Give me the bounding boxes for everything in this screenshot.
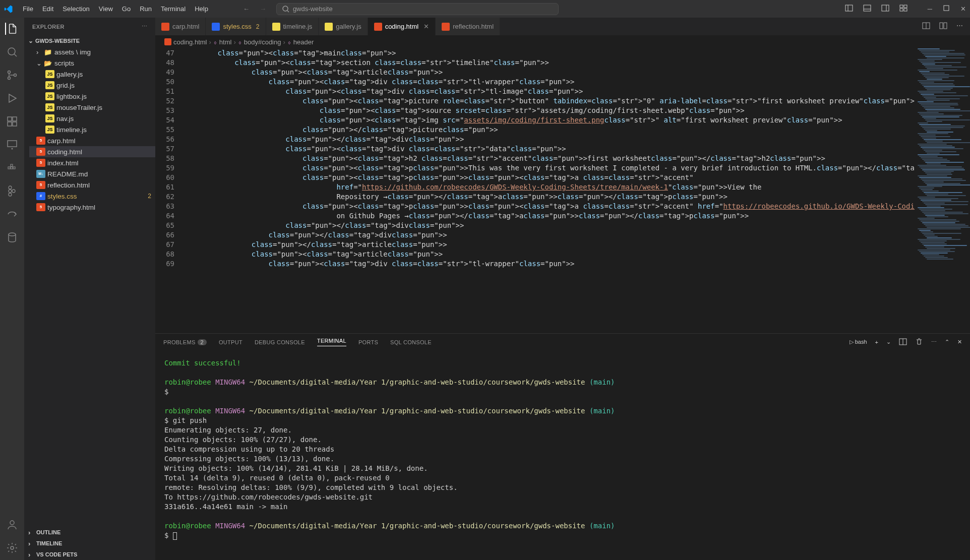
svg-point-15 <box>8 71 11 74</box>
file-grid-js[interactable]: JSgrid.js <box>29 80 155 91</box>
file-typography-html[interactable]: 5typography.html <box>29 202 155 213</box>
code-content[interactable]: class="pun"><class="tag">mainclass="pun"… <box>184 48 915 333</box>
file-coding-html[interactable]: 5coding.html <box>29 146 155 157</box>
run-debug-icon[interactable] <box>6 92 18 104</box>
maximize-panel-icon[interactable]: ⌃ <box>945 339 949 345</box>
file-timeline-js[interactable]: JStimeline.js <box>29 124 155 135</box>
vscode-icon <box>4 5 13 14</box>
tab-gallery[interactable]: gallery.js <box>319 18 368 35</box>
account-icon[interactable] <box>6 519 18 531</box>
layout-toggle-1-icon[interactable] <box>845 4 853 14</box>
pets-section[interactable]: ›VS CODE PETS <box>24 549 155 560</box>
menu-file[interactable]: File <box>18 2 38 16</box>
search-text: gwds-website <box>293 5 333 13</box>
explorer-icon[interactable] <box>5 23 18 35</box>
svg-point-31 <box>12 190 15 193</box>
menu-run[interactable]: Run <box>135 2 156 16</box>
figma-icon[interactable] <box>6 185 18 197</box>
remote-icon[interactable] <box>6 139 18 151</box>
file-mouseTrailer-js[interactable]: JSmouseTrailer.js <box>29 102 155 113</box>
html-icon <box>161 23 169 31</box>
layout-toggle-3-icon[interactable] <box>881 4 889 14</box>
tab-timeline[interactable]: timeline.js <box>266 18 319 35</box>
terminal-more-icon[interactable]: ⋯ <box>931 339 937 345</box>
tab-styles[interactable]: styles.css2 <box>206 18 266 35</box>
command-center[interactable]: gwds-website <box>276 3 559 15</box>
new-terminal-icon[interactable]: + <box>875 339 878 345</box>
terminal-shell-icon[interactable]: ▷ bash <box>850 339 867 345</box>
svg-point-32 <box>9 233 16 236</box>
menu-selection[interactable]: Selection <box>58 2 94 16</box>
panel-tab-terminal[interactable]: TERMINAL <box>317 338 346 346</box>
svg-line-14 <box>14 54 17 56</box>
menu-terminal[interactable]: Terminal <box>156 2 190 16</box>
terminal-body[interactable]: Commit successful! robin@robee MINGW64 ~… <box>155 350 970 560</box>
terminal-dropdown-icon[interactable]: ⌄ <box>886 339 891 345</box>
panel-tab-sql[interactable]: SQL CONSOLE <box>390 339 432 345</box>
file-carp-html[interactable]: 5carp.html <box>29 135 155 146</box>
sidebar: EXPLORER ⋯ ⌄ GWDS-WEBSITE ›📁assets \ img… <box>24 18 155 560</box>
terminal-cursor <box>173 532 177 540</box>
extensions-icon[interactable] <box>6 115 18 128</box>
panel-tab-ports[interactable]: PORTS <box>358 339 378 345</box>
file-lightbox-js[interactable]: JSlightbox.js <box>29 91 155 102</box>
tab-coding[interactable]: coding.html✕ <box>368 18 436 35</box>
title-right-controls: ─ ✕ <box>845 4 966 14</box>
file-readme-md[interactable]: M↓README.md <box>29 168 155 179</box>
minimap[interactable] <box>915 48 970 333</box>
more-actions-icon[interactable]: ⋯ <box>956 22 963 31</box>
file-gallery-js[interactable]: JSgallery.js <box>29 69 155 80</box>
editor-body[interactable]: 4748495051525354555657585960616263646566… <box>155 48 970 333</box>
forward-arrow-icon[interactable]: → <box>260 5 266 13</box>
folder-scripts[interactable]: ⌄📂scripts <box>29 57 155 69</box>
search-activity-icon[interactable] <box>6 46 18 58</box>
docker-icon[interactable] <box>6 162 18 174</box>
svg-rect-25 <box>11 167 13 169</box>
layout-toggle-2-icon[interactable] <box>863 4 871 14</box>
more-icon[interactable]: ⋯ <box>142 23 148 30</box>
layout-customize-icon[interactable] <box>899 4 907 14</box>
tab-carp[interactable]: carp.html <box>155 18 206 35</box>
menu-help[interactable]: Help <box>190 2 213 16</box>
outline-section[interactable]: ›OUTLINE <box>24 527 155 538</box>
panel-tab-problems[interactable]: PROBLEMS2 <box>163 339 207 345</box>
svg-point-33 <box>10 521 14 525</box>
split-editor-icon[interactable] <box>922 22 930 31</box>
database-icon[interactable] <box>6 231 18 243</box>
tab-reflection[interactable]: reflection.html <box>436 18 500 35</box>
breadcrumb[interactable]: coding.html› ⬨html› ⬨body#coding› ⬨heade… <box>155 35 970 48</box>
diff-icon[interactable] <box>939 22 947 31</box>
minimize-icon[interactable]: ─ <box>928 5 932 13</box>
project-header[interactable]: ⌄ GWDS-WEBSITE <box>24 35 155 46</box>
activity-bar <box>0 18 24 560</box>
close-tab-icon[interactable]: ✕ <box>423 23 429 30</box>
menu-go[interactable]: Go <box>117 2 135 16</box>
svg-rect-24 <box>8 167 10 169</box>
source-control-icon[interactable] <box>6 69 18 81</box>
gutter: 4748495051525354555657585960616263646566… <box>155 48 184 333</box>
back-arrow-icon[interactable]: ← <box>243 5 250 13</box>
settings-gear-icon[interactable] <box>6 542 18 554</box>
file-nav-js[interactable]: JSnav.js <box>29 113 155 124</box>
maximize-icon[interactable] <box>942 4 950 14</box>
close-panel-icon[interactable]: ✕ <box>957 339 962 345</box>
kill-terminal-icon[interactable] <box>915 338 923 347</box>
css-icon: # <box>36 192 45 200</box>
close-icon[interactable]: ✕ <box>960 5 966 13</box>
timeline-section[interactable]: ›TIMELINE <box>24 538 155 549</box>
split-terminal-icon[interactable] <box>899 338 907 347</box>
share-icon[interactable] <box>6 208 18 220</box>
file-index-html[interactable]: 5index.html <box>29 157 155 168</box>
panel-tab-debug[interactable]: DEBUG CONSOLE <box>255 339 305 345</box>
svg-rect-6 <box>882 5 889 11</box>
svg-rect-37 <box>940 23 943 29</box>
file-reflection-html[interactable]: 5reflection.html <box>29 179 155 191</box>
svg-rect-18 <box>8 117 12 121</box>
folder-assets[interactable]: ›📁assets \ img <box>29 46 155 57</box>
menu-edit[interactable]: Edit <box>38 2 58 16</box>
menu-view[interactable]: View <box>94 2 117 16</box>
md-icon: M↓ <box>36 170 45 178</box>
file-styles-css[interactable]: #styles.css2 <box>29 191 155 202</box>
sidebar-footer: ›OUTLINE ›TIMELINE ›VS CODE PETS <box>24 527 155 560</box>
panel-tab-output[interactable]: OUTPUT <box>219 339 242 345</box>
